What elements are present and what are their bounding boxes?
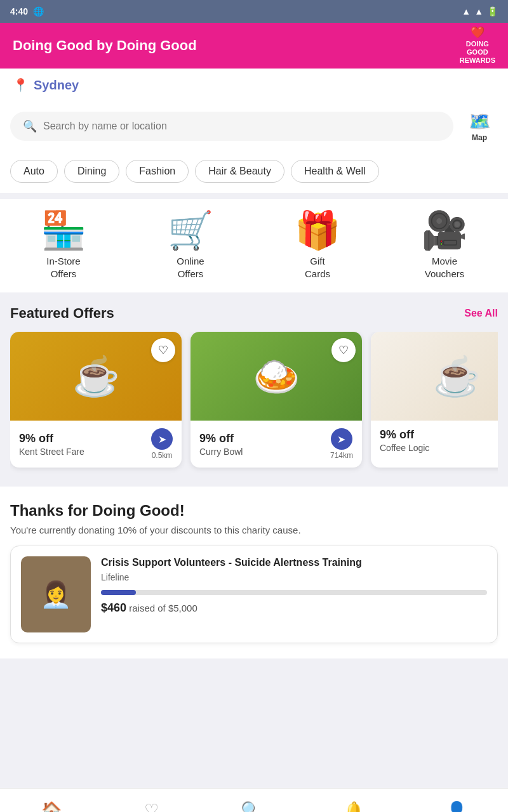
offer-image-1: ☕ ♡ [10,332,182,421]
categories-scroll: Auto Dining Fashion Hair & Beauty Health… [0,155,508,193]
main-content: 📍 Sydney 🔍 🗺️ Map Auto Dining Fashion Ha… [0,69,508,782]
logo-line2: GOOD [467,48,488,56]
charity-name: Crisis Support Volunteers - Suicide Aler… [101,556,487,570]
offer-text-2: 9% off Curry Bowl [199,432,243,457]
doing-good-subtitle: You're currently donating 10% of your di… [10,525,498,535]
category-dining[interactable]: Dining [64,160,119,183]
map-button[interactable]: 🗺️ Map [461,108,498,145]
offer-name-2: Curry Bowl [199,447,243,457]
offer-card-3[interactable]: ☕ 9% off Coffee Logic ➤ [371,332,498,468]
offer-heart-2[interactable]: ♡ [331,338,356,362]
offer-info-1: 9% off Kent Street Fare ➤ 0.5km [10,421,182,468]
movie-vouchers-label: MovieVouchers [425,255,465,280]
offer-card-2[interactable]: 🍛 ♡ 9% off Curry Bowl ➤ 714km [190,332,362,468]
doing-good-title: Thanks for Doing Good! [10,502,498,520]
bell-icon: 🔔 [344,801,364,812]
offers-scroll: ☕ ♡ 9% off Kent Street Fare ➤ 0.5km [10,332,498,474]
progress-bar-background [101,590,487,595]
see-all-button[interactable]: See All [464,308,498,319]
coffee2-image-icon: ☕ [371,332,498,421]
gift-icon: 🎁 [295,212,340,249]
charity-info: Crisis Support Volunteers - Suicide Aler… [101,556,487,632]
distance-text-1: 0.5km [152,451,173,460]
offer-image-3: ☕ [371,332,498,421]
charity-amount: $460 raised of $5,000 [101,601,487,615]
app-header: Doing Good by Doing Good ❤️ DOING GOOD R… [0,23,508,69]
offer-discount-1: 9% off [19,432,84,445]
category-icon-online[interactable]: 🛒 OnlineOffers [127,212,254,280]
logo-line1: DOING [466,40,489,48]
offer-discount-2: 9% off [199,432,243,445]
category-icon-in-store[interactable]: 🏪 In-StoreOffers [0,212,127,280]
battery-icon: 🔋 [487,6,498,16]
search-section: 🔍 🗺️ Map [0,102,508,155]
charity-org: Lifeline [101,572,487,582]
nav-search[interactable]: 🔍 [241,801,261,812]
signal-icon: ▲ [474,6,483,16]
time-display: 4:40 [10,6,28,16]
home-icon: 🏠 [41,801,62,812]
map-icon: 🗺️ [469,111,491,132]
heart-icon: ❤️ [471,26,485,40]
location-city[interactable]: Sydney [34,78,79,93]
store-icon: 🏪 [41,212,86,249]
location-bar[interactable]: 📍 Sydney [0,69,508,102]
gift-cards-label: GiftCards [305,255,330,280]
bottom-navigation: 🏠 ♡ 🔍 🔔 👤 [0,788,508,812]
direction-icon-1: ➤ [151,428,173,450]
globe-icon: 🌐 [33,6,44,16]
status-bar: 4:40 🌐 ▲ ▲ 🔋 [0,0,508,23]
app-title: Doing Good by Doing Good [13,37,197,54]
search-nav-icon: 🔍 [241,801,261,812]
charity-card[interactable]: 👩‍💼 Crisis Support Volunteers - Suicide … [10,546,498,643]
amount-goal: $5,000 [168,603,197,613]
category-icon-gift-cards[interactable]: 🎁 GiftCards [254,212,381,280]
search-magnifier-icon: 🔍 [23,119,37,133]
location-pin-icon: 📍 [13,77,29,93]
offer-card-1[interactable]: ☕ ♡ 9% off Kent Street Fare ➤ 0.5km [10,332,182,468]
search-bar-container[interactable]: 🔍 [10,112,453,141]
category-fashion[interactable]: Fashion [126,160,189,183]
offer-heart-1[interactable]: ♡ [151,338,175,362]
offer-discount-3: 9% off [380,428,429,442]
amount-raised: $460 [101,601,126,614]
direction-icon-2: ➤ [331,428,352,450]
map-label: Map [472,133,487,142]
offer-name-3: Coffee Logic [380,443,429,453]
category-hair-beauty[interactable]: Hair & Beauty [195,160,284,183]
wifi-icon: ▲ [462,6,471,16]
search-input[interactable] [43,121,441,132]
status-icons: ▲ ▲ 🔋 [462,6,498,16]
offer-text-3: 9% off Coffee Logic [380,428,429,453]
in-store-label: In-StoreOffers [46,255,80,280]
category-health-well[interactable]: Health & Well [291,160,379,183]
online-label: OnlineOffers [177,255,204,280]
nav-favorites[interactable]: ♡ [144,801,159,812]
offer-name-1: Kent Street Fare [19,447,84,457]
featured-header: Featured Offers See All [10,305,498,322]
bottom-spacer [0,658,508,671]
nav-home[interactable]: 🏠 [41,801,62,812]
offer-distance-2: ➤ 714km [330,428,353,460]
charity-image: 👩‍💼 [21,556,91,632]
favorites-icon: ♡ [144,801,159,812]
offer-text-1: 9% off Kent Street Fare [19,432,84,457]
featured-section: Featured Offers See All ☕ ♡ 9% off Kent … [0,292,508,480]
charity-person-icon: 👩‍💼 [40,580,72,610]
nav-profile[interactable]: 👤 [446,801,467,812]
featured-title: Featured Offers [10,305,114,322]
offer-info-2: 9% off Curry Bowl ➤ 714km [190,421,362,468]
nav-notifications[interactable]: 🔔 [344,801,364,812]
header-logo: ❤️ DOING GOOD REWARDS [460,26,495,65]
offer-info-3: 9% off Coffee Logic ➤ [371,421,498,461]
offer-image-2: 🍛 ♡ [190,332,362,421]
offer-distance-1: ➤ 0.5km [151,428,173,460]
cart-icon: 🛒 [168,212,213,249]
category-icon-movie-vouchers[interactable]: 🎥 MovieVouchers [381,212,508,280]
status-time: 4:40 🌐 [10,6,44,16]
category-auto[interactable]: Auto [10,160,58,183]
profile-icon: 👤 [446,801,467,812]
category-icons-section: 🏪 In-StoreOffers 🛒 OnlineOffers 🎁 GiftCa… [0,199,508,292]
movie-icon: 🎥 [422,212,467,249]
logo-line3: REWARDS [460,56,495,65]
